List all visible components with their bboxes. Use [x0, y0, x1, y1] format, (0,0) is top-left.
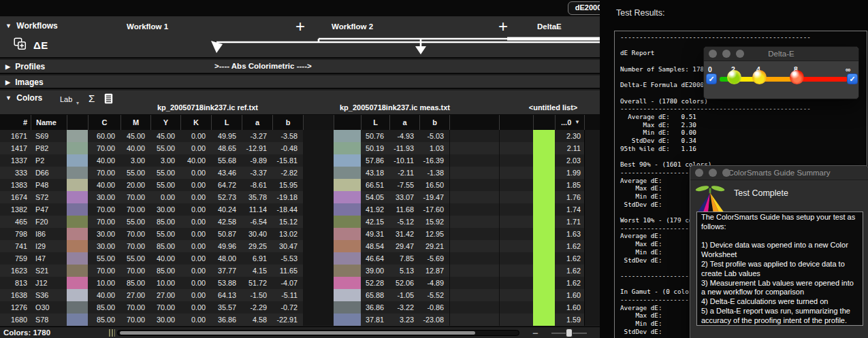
cell-ma: 33.07	[389, 191, 419, 203]
workflow1-tab[interactable]: Workflow 1	[127, 22, 168, 31]
col-header-k[interactable]: K	[180, 115, 211, 130]
cell-m: 55.00	[120, 167, 150, 179]
cell-k: 0.00	[180, 228, 211, 240]
col-edge	[584, 228, 600, 240]
close-icon[interactable]	[695, 169, 703, 177]
cell-c: 85.00	[88, 301, 120, 314]
col-header-b[interactable]: b	[272, 115, 303, 130]
col-header-meas-a[interactable]: a	[389, 115, 419, 130]
col-header-name[interactable]: Name	[31, 115, 67, 130]
profiles-header[interactable]: ▶ Profiles	[5, 62, 45, 71]
chevron-down-icon: ▾	[76, 100, 79, 106]
table-row[interactable]: 465F2070.0055.0085.000.0042.58-6.5415.12…	[0, 216, 600, 228]
col-header-meas-l[interactable]: L	[361, 115, 389, 130]
col-header-num[interactable]: #	[0, 115, 31, 130]
col-header-meas-b[interactable]: b	[419, 115, 449, 130]
threshold-marker-4[interactable]	[752, 70, 767, 84]
add-step-button-1[interactable]: +	[295, 16, 305, 37]
cell-b: -2.82	[272, 167, 303, 179]
col-edge	[584, 240, 600, 252]
colors-header[interactable]: ▼ Colors	[5, 93, 42, 103]
range-min-checkbox[interactable]: ✓	[706, 73, 717, 84]
delta-e-titlebar[interactable]: Delta-E	[704, 47, 858, 61]
color-mode-dropdown[interactable]: Lab ▾	[60, 95, 72, 103]
table-row[interactable]: 741I2930.0070.0085.000.0049.9629.2530.47…	[0, 240, 600, 252]
scrollbar-thumb[interactable]	[120, 331, 475, 335]
col-gap	[303, 142, 334, 154]
table-row[interactable]: 1638S3640.0027.0027.000.0064.13-1.50-5.1…	[0, 289, 600, 301]
cell-mb: -5.03	[419, 130, 449, 142]
range-max-checkbox[interactable]: ✓	[847, 73, 858, 84]
ref-swatch	[67, 191, 88, 203]
de-bar	[533, 228, 555, 240]
add-workflow-icon[interactable]	[14, 37, 27, 53]
delta-e-tool-icon[interactable]: ΔE	[33, 39, 48, 51]
cell-mb: 12.95	[419, 228, 449, 240]
col-header-de-sort[interactable]: ...0 ▼	[555, 115, 584, 130]
cell-b: 13.02	[272, 228, 303, 240]
workflows-label: Workflows	[16, 21, 57, 31]
table-row[interactable]: 1337P240.003.003.0040.0055.68-9.89-15.81…	[0, 154, 600, 167]
col-e1	[449, 167, 499, 179]
col-header-c[interactable]: C	[88, 115, 120, 130]
tick-label: 0	[708, 65, 712, 73]
ref-swatch	[67, 130, 88, 142]
de-bar	[533, 167, 555, 179]
workflows-header[interactable]: ▼ Workflows	[5, 21, 58, 31]
minimize-icon[interactable]	[709, 169, 717, 177]
table-row[interactable]: 333D6670.0055.0055.000.0043.46-3.37-2.82…	[0, 167, 600, 179]
cell-name: P2	[31, 154, 67, 167]
col-gap	[303, 277, 334, 289]
col-e1	[449, 240, 499, 252]
threshold-marker-8[interactable]	[790, 70, 804, 84]
summary-titlebar[interactable]: ColorSmarts Guide Summary	[690, 166, 868, 180]
table-row[interactable]: 1382P4770.0070.0030.000.0040.2411.14-18.…	[0, 203, 600, 216]
ref-swatch	[67, 240, 88, 252]
ref-file-label: kp_20050718ink237.ic ref.txt	[109, 103, 306, 112]
col-header-l[interactable]: L	[211, 115, 242, 130]
workflow2-tab[interactable]: Workflow 2	[332, 22, 373, 31]
table-row[interactable]: 1417P8270.0040.0055.000.0048.65-12.91-0.…	[0, 142, 600, 154]
table-row[interactable]: 759I4755.0055.0040.000.0048.006.91-5.534…	[0, 252, 600, 265]
col-edge	[584, 167, 600, 179]
report-line: Max dE: 2.30	[620, 121, 867, 129]
table-row[interactable]: 1276O3085.0070.0070.000.0035.57-2.29-0.7…	[0, 301, 600, 314]
zoom-slider-thumb[interactable]	[566, 328, 573, 337]
col-header-a[interactable]: a	[242, 115, 272, 130]
sigma-stats-icon[interactable]: Σ	[89, 92, 95, 104]
table-row[interactable]: 1674S7230.0070.000.000.0052.7335.78-19.1…	[0, 191, 600, 203]
cell-y: 85.00	[150, 216, 180, 228]
maximize-icon[interactable]	[736, 50, 744, 58]
close-icon[interactable]	[709, 50, 717, 58]
deltae-tab[interactable]: DeltaE	[537, 22, 562, 31]
col-header-y[interactable]: Y	[150, 115, 180, 130]
cell-de: 1.62	[555, 240, 584, 252]
table-row[interactable]: 1671S6960.0045.0045.000.0049.95-3.27-3.5…	[0, 130, 600, 142]
table-row[interactable]: 1623S2170.0070.0085.000.0037.774.1511.65…	[0, 265, 600, 277]
col-header-m[interactable]: M	[120, 115, 150, 130]
col-gap	[303, 130, 334, 142]
col-e2	[499, 265, 533, 277]
table-row[interactable]: 1383P4840.0020.0055.000.0064.72-8.6115.9…	[0, 179, 600, 191]
horizontal-scrollbar[interactable]	[117, 330, 519, 336]
cell-ml: 50.76	[361, 130, 389, 142]
col-e2	[499, 216, 533, 228]
zoom-out-button[interactable]: −	[532, 327, 539, 338]
table-row[interactable]: 1680S7885.0070.0030.000.0036.864.58-22.9…	[0, 314, 600, 326]
de-formula-button[interactable]: dE2000	[568, 1, 600, 15]
images-header[interactable]: ▶ Images	[5, 78, 44, 87]
cell-name: I86	[31, 228, 67, 240]
threshold-marker-2[interactable]	[727, 70, 741, 84]
add-step-button-2[interactable]: +	[498, 16, 508, 37]
resize-grip[interactable]	[109, 329, 115, 337]
table-row[interactable]: 813J1210.0085.0010.000.0053.8851.72-4.07…	[0, 277, 600, 289]
cell-k: 0.00	[180, 289, 211, 301]
cell-c: 40.00	[88, 179, 120, 191]
cell-y: 30.00	[150, 203, 180, 216]
main-window: dE2000 ▼ Workflows Workflow 1 + Workflow…	[0, 0, 600, 338]
minimize-icon[interactable]	[722, 50, 730, 58]
table-row[interactable]: 798I8630.0070.0055.000.0050.8730.4013.02…	[0, 228, 600, 240]
ref-swatch	[67, 203, 88, 216]
maximize-icon[interactable]	[722, 169, 730, 177]
cell-ml: 66.51	[361, 179, 389, 191]
